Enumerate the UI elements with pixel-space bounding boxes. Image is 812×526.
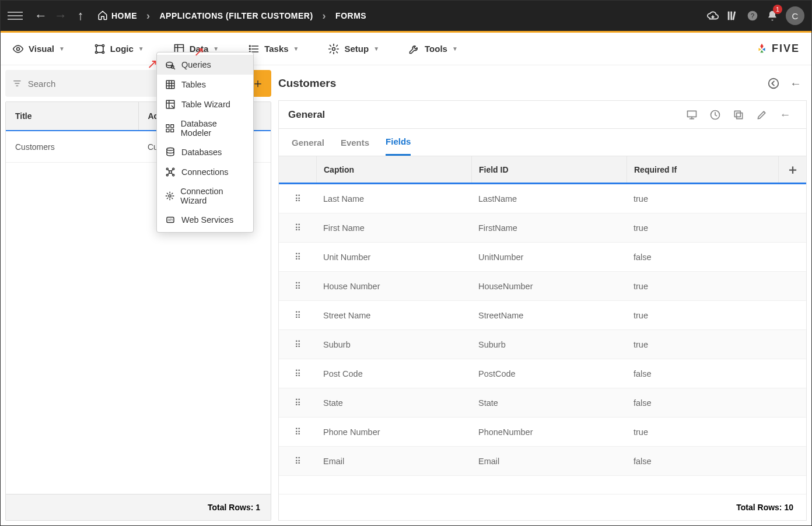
table-row[interactable]: ⠿Post CodePostCodefalse	[279, 359, 806, 388]
cell-fieldid: PhoneNumber	[471, 427, 626, 437]
menu-label: Tools	[425, 44, 447, 54]
up-button[interactable]: ↑	[71, 8, 90, 23]
topbar: ← → ↑ HOME › APPLICATIONS (FILTER CUSTOM…	[1, 1, 811, 31]
col-drag	[279, 156, 316, 183]
tab-fields[interactable]: Fields	[386, 129, 411, 156]
cell-required: false	[626, 253, 778, 262]
cell-fieldid: PostCode	[471, 369, 626, 378]
dropdown-label: Database Modeler	[181, 119, 245, 138]
library-icon[interactable]	[723, 6, 743, 26]
table-row[interactable]: ⠿SuburbSuburbtrue	[279, 330, 806, 359]
back-arrow-icon[interactable]: ←	[774, 103, 797, 127]
notification-bell-icon[interactable]: 1	[762, 6, 782, 26]
add-field-button[interactable]: ＋	[778, 156, 806, 183]
drag-handle-icon[interactable]: ⠿	[279, 253, 316, 262]
cell-caption: Email	[316, 457, 471, 466]
svg-rect-31	[166, 125, 169, 128]
home-icon[interactable]	[97, 10, 108, 22]
col-fieldid[interactable]: Field ID	[471, 156, 626, 183]
tab-events[interactable]: Events	[341, 129, 369, 156]
history-icon[interactable]	[704, 103, 727, 127]
dropdown-label: Connections	[181, 167, 229, 177]
cloud-icon[interactable]	[703, 6, 723, 26]
dropdown-tables[interactable]: Tables	[157, 75, 253, 94]
cell-required: true	[626, 427, 778, 437]
cell-caption: Phone Number	[316, 427, 471, 437]
table-row[interactable]: ⠿Last NameLastNametrue	[279, 184, 806, 213]
tab-general[interactable]: General	[292, 129, 324, 156]
cell-caption: Suburb	[316, 340, 471, 349]
dropdown-connection-wizard[interactable]: Connection Wizard	[157, 182, 253, 210]
table-row[interactable]: ⠿StateStatefalse	[279, 388, 806, 418]
drag-handle-icon[interactable]: ⠿	[279, 369, 316, 378]
back-button[interactable]: ←	[31, 8, 51, 23]
svg-rect-33	[166, 129, 169, 132]
drag-handle-icon[interactable]: ⠿	[279, 427, 316, 437]
dropdown-label: Table Wizard	[181, 100, 230, 109]
svg-line-44	[172, 173, 173, 174]
table-row[interactable]: ⠿Unit NumberUnitNumberfalse	[279, 243, 806, 272]
drag-handle-icon[interactable]: ⠿	[279, 398, 316, 408]
dropdown-connections[interactable]: Connections	[157, 162, 253, 182]
svg-point-51	[769, 79, 779, 89]
svg-text:API: API	[168, 218, 173, 222]
menu-tools[interactable]: Tools▼	[408, 43, 458, 55]
menu-logic[interactable]: Logic▼	[94, 43, 144, 55]
col-required[interactable]: Required If	[626, 156, 778, 183]
col-caption[interactable]: Caption	[316, 156, 471, 183]
drag-handle-icon[interactable]: ⠿	[279, 223, 316, 233]
menu-label: Setup	[344, 44, 369, 54]
cell-caption: First Name	[316, 223, 471, 233]
cell-fieldid: State	[471, 398, 626, 408]
drag-handle-icon[interactable]: ⠿	[279, 311, 316, 320]
table-row[interactable]: ⠿First NameFirstNametrue	[279, 213, 806, 243]
edit-icon[interactable]	[750, 103, 774, 127]
table-row[interactable]: ⠿Street NameStreetNametrue	[279, 301, 806, 330]
col-title[interactable]: Title	[6, 102, 139, 130]
cell-fieldid: UnitNumber	[471, 253, 626, 262]
svg-rect-52	[688, 111, 696, 117]
cell-fieldid: Email	[471, 457, 626, 466]
svg-point-35	[167, 148, 174, 151]
crumb-home[interactable]: HOME	[111, 11, 137, 20]
svg-rect-0	[728, 12, 730, 20]
breadcrumb: HOME › APPLICATIONS (FILTER CUSTOMER) › …	[97, 10, 366, 22]
svg-line-42	[172, 170, 173, 171]
drag-handle-icon[interactable]: ⠿	[279, 194, 316, 204]
cell-required: true	[626, 223, 778, 233]
right-panel: Customers ← General ← Gener	[278, 70, 807, 521]
dropdown-databases[interactable]: Databases	[157, 142, 253, 162]
page-title: Customers	[278, 77, 336, 90]
crumb-applications[interactable]: APPLICATIONS (FILTER CUSTOMER)	[160, 11, 313, 20]
hamburger-icon[interactable]	[8, 8, 23, 23]
table-row[interactable]: ⠿House NumberHouseNumbertrue	[279, 272, 806, 301]
help-icon[interactable]: ?	[743, 6, 762, 26]
dropdown-database-modeler[interactable]: Database Modeler	[157, 114, 253, 142]
table-row[interactable]: ⠿EmailEmailfalse	[279, 447, 806, 476]
table-row[interactable]: ⠿Phone NumberPhoneNumbertrue	[279, 418, 806, 447]
dropdown-web-services[interactable]: API Web Services	[157, 210, 253, 230]
back-arrow-icon[interactable]: ←	[785, 72, 807, 94]
drag-handle-icon[interactable]: ⠿	[279, 457, 316, 466]
forward-button: →	[51, 8, 71, 23]
copy-icon[interactable]	[727, 103, 750, 127]
display-icon[interactable]	[680, 103, 704, 127]
cell-required: true	[626, 340, 778, 349]
cell-required: true	[626, 194, 778, 204]
cell-required: true	[626, 311, 778, 320]
avatar[interactable]: C	[786, 6, 804, 25]
cell-caption: Unit Number	[316, 253, 471, 262]
fields-table: Caption Field ID Required If ＋ ⠿Last Nam…	[278, 156, 807, 521]
menu-tasks[interactable]: Tasks▼	[248, 43, 299, 55]
svg-rect-56	[737, 113, 743, 118]
drag-handle-icon[interactable]: ⠿	[279, 282, 316, 291]
crumb-forms[interactable]: FORMS	[335, 11, 366, 20]
back-circle-icon[interactable]	[762, 72, 785, 94]
dropdown-table-wizard[interactable]: Table Wizard	[157, 94, 253, 114]
menu-setup[interactable]: Setup▼	[328, 43, 379, 55]
drag-handle-icon[interactable]: ⠿	[279, 340, 316, 349]
dropdown-queries[interactable]: Queries	[157, 55, 253, 75]
menu-visual[interactable]: Visual▼	[12, 43, 65, 55]
right-footer: Total Rows: 10	[279, 494, 806, 520]
section-title: General	[288, 109, 325, 121]
